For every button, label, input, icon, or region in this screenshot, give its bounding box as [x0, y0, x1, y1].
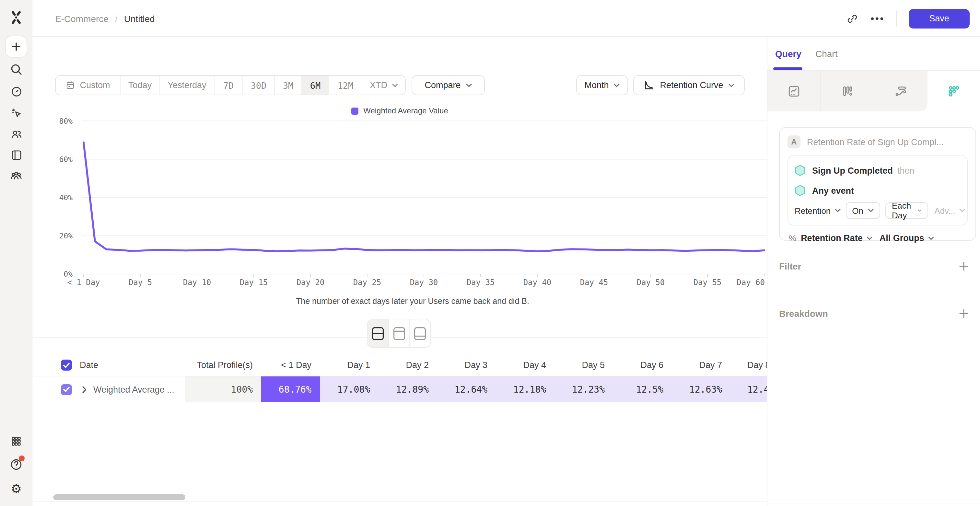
cell-retention-value[interactable]: 12.23% — [555, 376, 613, 402]
report-type-funnels-tab[interactable] — [821, 71, 874, 111]
column-header-day[interactable]: Day 8 — [730, 360, 767, 370]
report-type-retention-tab-active[interactable] — [928, 71, 980, 111]
select-all-checkbox[interactable] — [61, 360, 72, 371]
horizontal-scrollbar-thumb[interactable] — [53, 494, 185, 500]
y-axis-tick: 40% — [48, 192, 73, 203]
column-header-date[interactable]: Date — [80, 360, 98, 370]
range-custom[interactable]: Custom — [56, 76, 121, 95]
mixpanel-logo-icon[interactable] — [8, 10, 24, 25]
x-axis-tick: < 1 Day — [58, 278, 110, 287]
cell-retention-value[interactable]: 12.5% — [613, 376, 672, 402]
range-6m-active[interactable]: 6M — [302, 76, 329, 95]
layout-table-only-button[interactable] — [410, 319, 430, 347]
users-icon[interactable] — [8, 126, 24, 142]
row-label: Weighted Average ... — [93, 384, 174, 394]
share-link-icon[interactable] — [846, 12, 859, 25]
breadcrumb-project[interactable]: E-Commerce — [55, 13, 108, 24]
insights-icon — [786, 84, 801, 98]
table-row[interactable]: Weighted Average ... 100% 68.76% 17.08% … — [58, 376, 767, 402]
first-event-name[interactable]: Sign Up Completed — [812, 165, 893, 175]
notification-dot — [19, 455, 25, 461]
help-icon[interactable] — [8, 457, 24, 472]
cell-retention-value[interactable]: 12.4% — [730, 376, 767, 402]
granularity-dropdown[interactable]: Month — [576, 75, 628, 95]
events-cursor-click-icon[interactable] — [8, 105, 24, 121]
chevron-down-icon — [392, 83, 398, 87]
range-7d[interactable]: 7D — [215, 76, 243, 95]
retention-type-dropdown[interactable]: Retention — [795, 206, 840, 216]
chart-type-dropdown[interactable]: Retention Curve — [633, 75, 745, 95]
active-tab-underline — [773, 67, 802, 70]
cell-retention-value[interactable]: 68.76% — [261, 376, 320, 402]
expand-row-icon[interactable] — [82, 386, 87, 393]
tab-query[interactable]: Query — [775, 37, 802, 70]
second-event-name[interactable]: Any event — [812, 186, 854, 195]
boards-icon[interactable] — [8, 147, 24, 163]
breakdown-label: Breakdown — [779, 308, 828, 319]
compare-button[interactable]: Compare — [412, 75, 485, 95]
discover-compass-icon[interactable] — [8, 84, 24, 99]
cell-retention-value[interactable]: 17.08% — [320, 376, 379, 402]
x-axis-tick: Day 60 — [713, 278, 765, 287]
x-axis-tick: Day 15 — [228, 278, 280, 287]
funnels-icon — [840, 84, 854, 98]
top-bar: E-Commerce / Untitled ••• Save — [32, 0, 980, 37]
report-type-insights-tab[interactable] — [767, 71, 821, 111]
column-header-total[interactable]: Total Profile(s) — [185, 360, 261, 370]
retention-line-svg[interactable] — [32, 117, 767, 280]
range-xtd[interactable]: XTD — [362, 76, 405, 95]
breadcrumb-page-title[interactable]: Untitled — [124, 13, 155, 24]
settings-gear-icon[interactable]: ⚙ — [8, 481, 24, 496]
range-today[interactable]: Today — [121, 76, 160, 95]
layout-split-button[interactable] — [368, 319, 388, 347]
column-header-day[interactable]: Day 4 — [496, 360, 555, 370]
x-axis-tick: Day 25 — [341, 278, 393, 287]
step-letter-badge: A — [788, 135, 800, 148]
cohorts-group-icon[interactable] — [8, 168, 24, 183]
cell-retention-value[interactable]: 12.89% — [379, 376, 437, 402]
report-type-strip — [767, 71, 980, 111]
column-header-day[interactable]: < 1 Day — [261, 360, 320, 370]
range-yesterday[interactable]: Yesterday — [160, 76, 215, 95]
create-new-button[interactable] — [5, 36, 27, 58]
column-header-day[interactable]: Day 6 — [613, 360, 672, 370]
column-header-day[interactable]: Day 1 — [320, 360, 379, 370]
advanced-dropdown[interactable]: Adv... — [934, 206, 965, 216]
x-axis-tick: Day 45 — [568, 278, 620, 287]
chart-legend[interactable]: Weighted Average Value — [32, 106, 767, 115]
range-3m[interactable]: 3M — [275, 76, 302, 95]
x-axis-tick: Day 20 — [285, 278, 336, 287]
column-header-day[interactable]: Day 3 — [437, 360, 496, 370]
on-dropdown[interactable]: On — [845, 202, 880, 219]
range-30d[interactable]: 30D — [243, 76, 275, 95]
cell-retention-value[interactable]: 12.63% — [672, 376, 730, 402]
chevron-down-icon — [918, 209, 922, 213]
event-hexagon-icon — [795, 185, 806, 196]
add-breakdown-button[interactable] — [959, 308, 969, 319]
tab-chart[interactable]: Chart — [815, 37, 837, 70]
column-header-day[interactable]: Day 2 — [379, 360, 437, 370]
each-day-dropdown[interactable]: Each Day — [885, 202, 928, 219]
layout-chart-only-button[interactable] — [388, 319, 410, 347]
column-header-day[interactable]: Day 7 — [672, 360, 730, 370]
date-range-group: Custom Today Yesterday 7D 30D 3M 6M 12M … — [55, 75, 406, 95]
left-sidebar: ⚙ — [0, 0, 32, 506]
cell-total-profiles[interactable]: 100% — [185, 376, 261, 402]
column-header-day[interactable]: Day 5 — [555, 360, 613, 370]
chevron-down-icon — [868, 209, 874, 213]
cell-retention-value[interactable]: 12.18% — [496, 376, 555, 402]
cell-retention-value[interactable]: 12.64% — [437, 376, 496, 402]
panel-tabs: Query Chart — [767, 37, 980, 71]
more-menu-icon[interactable]: ••• — [870, 13, 885, 24]
x-axis-tick: Day 35 — [455, 278, 506, 287]
apps-grid-icon[interactable] — [8, 433, 24, 449]
add-filter-button[interactable] — [959, 261, 969, 271]
groups-dropdown[interactable]: All Groups — [880, 233, 934, 243]
range-12m[interactable]: 12M — [329, 76, 362, 95]
save-button[interactable]: Save — [909, 9, 970, 28]
step-title[interactable]: Retention Rate of Sign Up Compl... — [807, 137, 944, 147]
measure-dropdown[interactable]: Retention Rate — [801, 233, 872, 243]
report-type-flows-tab[interactable] — [874, 71, 928, 111]
row-checkbox[interactable] — [61, 384, 72, 395]
search-icon[interactable] — [8, 62, 24, 77]
